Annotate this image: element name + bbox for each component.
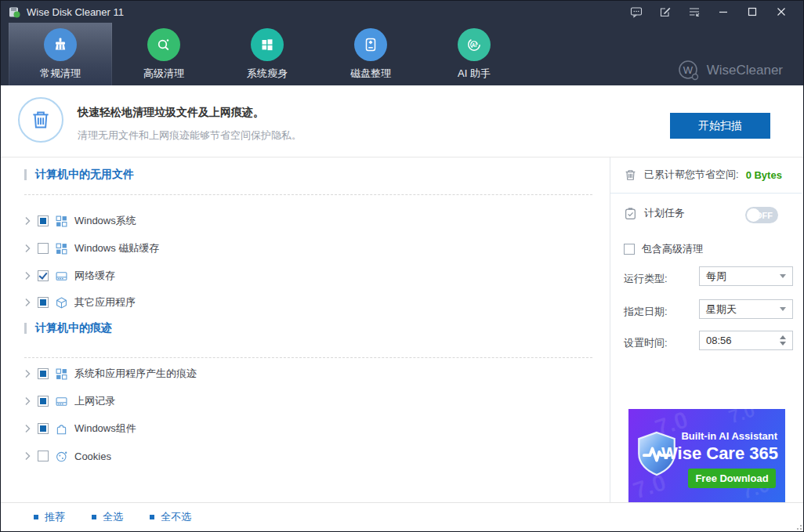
section-title: 计算机中的痕迹: [35, 321, 112, 335]
ad-line1: Built-in AI Assistant: [681, 430, 777, 442]
brush-icon: [44, 28, 77, 61]
ai-swirl-icon: Ai: [458, 28, 491, 61]
tab-regular-clean[interactable]: 常规清理: [9, 23, 112, 85]
day-label: 指定日期:: [624, 305, 668, 319]
tree-item-other-apps[interactable]: 其它应用程序: [24, 289, 136, 316]
select-all-link[interactable]: 全选: [92, 510, 123, 524]
link-label: 全不选: [161, 510, 191, 524]
chevron-down-icon: [780, 307, 786, 311]
nav-bar: 常规清理 高级清理 系统瘦身: [1, 23, 803, 85]
trash-circle-icon: [18, 97, 63, 143]
chevron-right-icon[interactable]: [24, 369, 31, 378]
day-value: 星期天: [706, 302, 737, 317]
tab-ai-assistant[interactable]: Ai AI 助手: [422, 23, 526, 85]
item-label: Windows系统: [74, 214, 136, 228]
tab-label: 磁盘整理: [350, 67, 391, 81]
bullet-icon: [150, 515, 154, 519]
cleanup-tree: 计算机中的无用文件 Windows系统: [1, 157, 610, 502]
item-label: 网络缓存: [74, 269, 115, 283]
tree-item-windows-components[interactable]: Windows组件: [24, 415, 136, 442]
tree-item-tile-cache[interactable]: Windows 磁贴缓存: [24, 235, 159, 262]
section-bar: [24, 169, 27, 180]
recommend-link[interactable]: 推荐: [34, 510, 65, 524]
maximize-icon[interactable]: [737, 1, 766, 23]
tree-item-cookies[interactable]: Cookies: [24, 443, 111, 469]
browser-icon: [56, 396, 67, 407]
wise-care-ad-banner[interactable]: 7.0 7.0 7.0 7.0 Built-in AI Assistant Wi…: [628, 409, 785, 503]
watermark-text: 7.0: [726, 409, 757, 428]
run-type-select[interactable]: 每周: [699, 266, 793, 286]
resize-grip[interactable]: [794, 522, 802, 530]
svg-text:Ai: Ai: [472, 42, 477, 47]
chevron-right-icon[interactable]: [24, 216, 31, 226]
clipboard-check-icon: [624, 207, 637, 220]
chevron-right-icon[interactable]: [24, 396, 31, 406]
item-label: 其它应用程序: [74, 295, 136, 309]
time-value: 08:56: [706, 335, 732, 346]
magnifier-icon: [147, 28, 180, 61]
item-checkbox[interactable]: [38, 451, 49, 461]
select-none-link[interactable]: 全不选: [150, 510, 191, 524]
chevron-right-icon[interactable]: [24, 424, 31, 433]
item-checkbox[interactable]: [38, 297, 49, 308]
item-label: Cookies: [74, 451, 111, 462]
item-label: Windows组件: [74, 422, 136, 436]
item-label: 上网记录: [74, 394, 115, 408]
start-scan-button[interactable]: 开始扫描: [670, 113, 770, 139]
footer-bar: 推荐 全选 全不选: [1, 502, 803, 531]
section-bar: [24, 323, 27, 334]
tree-item-web-cache[interactable]: 网络缓存: [24, 262, 115, 289]
log-list-icon[interactable]: [679, 1, 708, 23]
tab-label: 常规清理: [40, 67, 81, 81]
puzzle-icon: [56, 423, 67, 435]
right-panel: 已累计帮您节省空间: 0 Bytes 计划任务 OFF 包含高级清理: [610, 157, 803, 502]
edit-note-icon[interactable]: [650, 1, 679, 23]
app-window: Wise Disk Cleaner 11: [0, 0, 804, 532]
tree-item-browsing-history[interactable]: 上网记录: [24, 388, 115, 414]
schedule-toggle[interactable]: OFF: [745, 207, 778, 223]
tree-item-windows-system[interactable]: Windows系统: [24, 208, 136, 234]
chevron-right-icon[interactable]: [24, 298, 31, 307]
header-subtitle: 清理无用文件和上网痕迹能够节省空间保护隐私。: [78, 128, 302, 143]
spin-up-icon[interactable]: [780, 335, 786, 339]
feedback-bubble-icon[interactable]: [621, 1, 650, 23]
panel-divider: [610, 193, 802, 194]
windows-logo-icon: [251, 28, 284, 61]
include-advanced-row[interactable]: 包含高级清理: [624, 242, 703, 256]
wisecleaner-logo: W WiseCleaner: [677, 59, 783, 82]
include-advanced-label: 包含高级清理: [642, 242, 703, 256]
chevron-right-icon[interactable]: [24, 451, 31, 461]
tab-label: AI 助手: [458, 67, 491, 81]
tree-item-system-traces[interactable]: 系统和应用程序产生的痕迹: [24, 360, 197, 387]
tab-disk-defrag[interactable]: 磁盘整理: [319, 23, 422, 85]
close-icon[interactable]: [766, 1, 795, 23]
browser-icon: [56, 270, 67, 282]
titlebar-controls: [621, 1, 795, 23]
include-advanced-checkbox[interactable]: [624, 244, 635, 255]
item-checkbox[interactable]: [38, 368, 49, 379]
spin-down-icon[interactable]: [780, 342, 786, 346]
free-download-button[interactable]: Free Download: [688, 469, 776, 488]
item-checkbox[interactable]: [38, 423, 49, 434]
item-label: Windows 磁贴缓存: [74, 241, 159, 255]
chevron-right-icon[interactable]: [24, 271, 31, 280]
cookie-icon: [56, 451, 67, 462]
time-spinner[interactable]: 08:56: [699, 331, 793, 350]
tab-label: 系统瘦身: [247, 67, 288, 81]
minimize-icon[interactable]: [708, 1, 737, 23]
item-checkbox[interactable]: [38, 270, 49, 281]
item-checkbox[interactable]: [38, 215, 49, 226]
tab-advanced-clean[interactable]: 高级清理: [112, 23, 215, 85]
item-checkbox[interactable]: [38, 243, 49, 254]
svg-text:W: W: [683, 64, 694, 76]
chevron-right-icon[interactable]: [24, 244, 31, 253]
scheduled-task-row: 计划任务: [624, 206, 685, 220]
ad-line2: Wise Care 365: [661, 443, 778, 464]
tab-system-slim[interactable]: 系统瘦身: [215, 23, 319, 85]
item-checkbox[interactable]: [38, 396, 49, 407]
disk-icon: [354, 28, 387, 61]
dashed-divider: [24, 357, 592, 358]
header-title: 快速轻松地清理垃圾文件及上网痕迹。: [78, 106, 264, 120]
day-select[interactable]: 星期天: [699, 299, 793, 319]
spinner-arrows[interactable]: [780, 335, 786, 346]
